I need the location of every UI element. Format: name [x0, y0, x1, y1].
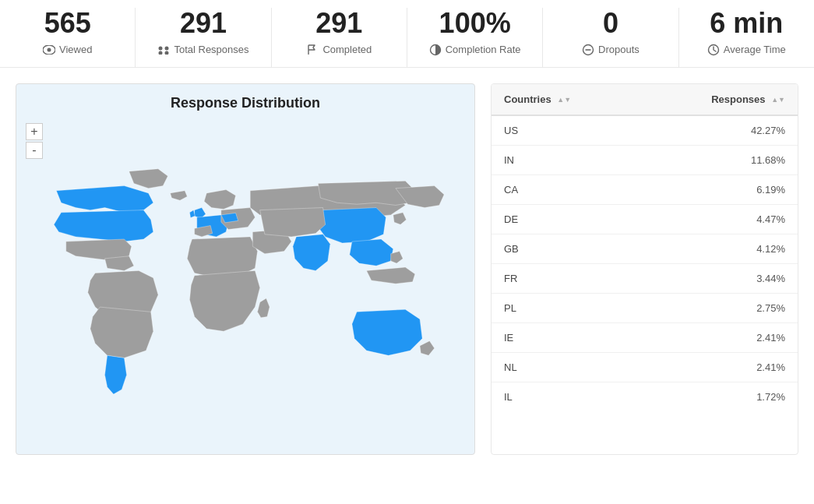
- responses-header[interactable]: Responses ▲▼: [640, 84, 798, 115]
- map-controls: + -: [26, 123, 43, 159]
- table-row: IN 11.68%: [492, 145, 798, 174]
- responses-cell: 42.27%: [640, 115, 798, 146]
- responses-cell: 2.41%: [640, 322, 798, 352]
- eye-icon: [43, 44, 55, 56]
- responses-cell: 2.41%: [640, 352, 798, 382]
- country-cell: IL: [492, 382, 640, 411]
- table-container[interactable]: Countries ▲▼ Responses ▲▼ US 42.27% IN 1…: [491, 83, 798, 455]
- stat-completed: 291 Completed: [272, 8, 407, 67]
- responses-cell: 3.44%: [640, 263, 798, 293]
- completed-label: Completed: [306, 44, 372, 56]
- zoom-in-button[interactable]: +: [26, 123, 43, 140]
- total-responses-number: 291: [180, 8, 227, 39]
- table-row: DE 4.47%: [492, 204, 798, 234]
- country-cell: CA: [492, 174, 640, 204]
- total-responses-label: Total Responses: [157, 44, 248, 56]
- responses-cell: 4.47%: [640, 204, 798, 234]
- clock-icon: [707, 44, 720, 56]
- stats-bar: 565 Viewed 291 Total Responses 291 Compl…: [0, 0, 814, 68]
- table-row: IL 1.72%: [492, 382, 798, 411]
- table-row: US 42.27%: [492, 115, 798, 146]
- country-cell: NL: [492, 352, 640, 382]
- map-title: Response Distribution: [16, 84, 474, 118]
- table-row: CA 6.19%: [492, 174, 798, 204]
- responses-cell: 2.75%: [640, 293, 798, 322]
- country-cell: DE: [492, 204, 640, 234]
- stat-total-responses: 291 Total Responses: [136, 8, 271, 67]
- country-cell: US: [492, 115, 640, 146]
- country-cell: GB: [492, 234, 640, 263]
- svg-point-5: [165, 51, 169, 55]
- map-svg-wrap: [16, 118, 474, 449]
- svg-point-4: [159, 51, 163, 55]
- zoom-out-button[interactable]: -: [26, 142, 43, 159]
- stat-viewed: 565 Viewed: [0, 8, 136, 67]
- completion-rate-number: 100%: [439, 8, 511, 39]
- svg-point-2: [159, 46, 163, 50]
- countries-header[interactable]: Countries ▲▼: [492, 84, 640, 115]
- country-cell: PL: [492, 293, 640, 322]
- completion-rate-label: Completion Rate: [429, 44, 521, 56]
- country-cell: IN: [492, 145, 640, 174]
- countries-table: Countries ▲▼ Responses ▲▼ US 42.27% IN 1…: [492, 84, 798, 411]
- minus-circle-icon: [582, 44, 594, 56]
- table-header-row: Countries ▲▼ Responses ▲▼: [492, 84, 798, 115]
- responses-sort-icon[interactable]: ▲▼: [771, 97, 785, 104]
- table-row: IE 2.41%: [492, 322, 798, 352]
- responses-cell: 11.68%: [640, 145, 798, 174]
- svg-point-3: [165, 46, 169, 50]
- responses-cell: 1.72%: [640, 382, 798, 411]
- flag-icon: [306, 44, 319, 56]
- table-row: PL 2.75%: [492, 293, 798, 322]
- table-row: FR 3.44%: [492, 263, 798, 293]
- main-content: Response Distribution + -: [0, 68, 814, 471]
- dots-icon: [157, 44, 170, 56]
- table-row: NL 2.41%: [492, 352, 798, 382]
- countries-sort-icon[interactable]: ▲▼: [557, 97, 571, 104]
- half-circle-icon: [429, 44, 442, 56]
- map-container: Response Distribution + -: [16, 83, 475, 455]
- average-time-number: 6 min: [710, 8, 783, 39]
- stat-dropouts: 0 Dropouts: [543, 8, 678, 67]
- responses-cell: 4.12%: [640, 234, 798, 263]
- viewed-number: 565: [44, 8, 91, 39]
- stat-average-time: 6 min Average Time: [679, 8, 814, 67]
- average-time-label: Average Time: [707, 44, 786, 56]
- dropouts-number: 0: [603, 8, 618, 39]
- svg-point-1: [47, 48, 51, 51]
- responses-cell: 6.19%: [640, 174, 798, 204]
- completed-number: 291: [315, 8, 362, 39]
- stat-completion-rate: 100% Completion Rate: [407, 8, 543, 67]
- country-cell: FR: [492, 263, 640, 293]
- dropouts-label: Dropouts: [582, 44, 640, 56]
- viewed-label: Viewed: [43, 44, 92, 56]
- country-cell: IE: [492, 322, 640, 352]
- table-row: GB 4.12%: [492, 234, 798, 263]
